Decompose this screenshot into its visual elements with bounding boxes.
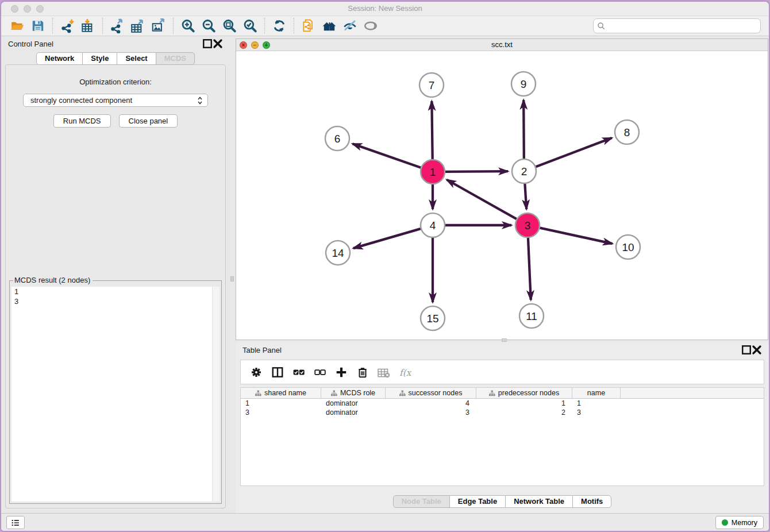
graph-edge-3-11[interactable] [528,238,531,300]
column-view-icon [271,366,284,379]
graph-edge-2-9[interactable] [523,100,524,159]
close-panel-push-button[interactable]: Close panel [119,114,178,128]
zoom-out-button[interactable] [198,17,219,34]
column-view-button[interactable] [267,362,288,383]
table-tab-edge-table[interactable]: Edge Table [449,495,506,508]
graph-node-1[interactable]: 1 [421,160,445,184]
select-all-button[interactable] [288,362,309,383]
graph-node-6[interactable]: 6 [325,126,349,151]
import-network-button[interactable] [57,17,78,34]
close-table-panel-button[interactable] [752,345,762,355]
refresh-network-button[interactable] [269,17,290,34]
tab-mcds[interactable]: MCDS [156,52,195,65]
open-session-button[interactable] [7,17,28,34]
zoom-fit-icon [222,18,237,33]
float-panel-button[interactable] [202,38,213,49]
vertical-splitter[interactable] [230,36,234,513]
tab-select[interactable]: Select [117,52,156,65]
table-cell[interactable]: dominator [321,399,386,408]
table-settings-button[interactable] [245,362,267,383]
zoom-selected-button[interactable] [240,17,260,34]
search-input[interactable] [608,22,757,30]
table-tab-motifs[interactable]: Motifs [572,495,611,508]
result-scrollbar[interactable] [212,287,220,502]
table-header-row: shared nameMCDS rolesuccessor nodesprede… [241,388,764,399]
search-field[interactable] [593,18,761,33]
column-header-predecessor-nodes[interactable]: predecessor nodes [476,388,572,398]
export-network-button[interactable] [107,17,128,34]
table-tabs: Node TableEdge TableNetwork TableMotifs [236,495,769,508]
graph-node-8[interactable]: 8 [615,120,639,144]
export-image-button[interactable] [148,17,169,34]
refresh-network-icon [272,18,287,33]
table-cell[interactable]: 1 [241,399,321,408]
deselect-all-icon [314,366,326,379]
splitter-grip[interactable] [502,338,507,342]
table-cell[interactable]: 1 [572,399,621,408]
splitter-grip[interactable] [230,276,234,282]
table-cell[interactable]: 3 [386,408,476,417]
tab-style[interactable]: Style [82,52,117,65]
table-tab-network-table[interactable]: Network Table [505,495,573,508]
graph-edge-1-2[interactable] [445,171,508,172]
criterion-dropdown[interactable]: strongly connected component [23,94,208,107]
table-row[interactable]: 1dominator411 [241,399,764,408]
deselect-all-button[interactable] [309,362,330,383]
graph-node-9[interactable]: 9 [511,72,536,96]
close-panel-button[interactable] [213,38,223,49]
graph-node-14[interactable]: 14 [326,241,350,265]
graph-node-4[interactable]: 4 [421,213,445,237]
dropdown-stepper-icon [197,96,203,105]
export-table-icon [130,18,145,33]
graph-node-11[interactable]: 11 [519,304,544,328]
save-session-button[interactable] [28,17,48,34]
graph-node-3[interactable]: 3 [515,213,540,237]
table-panel: Table Panel f(x) shared nameMCDS rolesuc… [236,342,769,513]
tab-network[interactable]: Network [36,52,83,65]
column-header-name[interactable]: name [572,388,621,398]
network-from-file-button[interactable] [298,17,319,34]
graph-edge-2-8[interactable] [536,138,612,167]
table-cell[interactable]: 3 [572,408,621,417]
show-graphics-details-button[interactable] [360,17,381,34]
mcds-result-title: MCDS result (2 nodes) [13,276,93,284]
import-table-button[interactable] [78,17,98,34]
graph-edge-1-7[interactable] [432,101,432,159]
task-history-button[interactable] [6,516,25,529]
table-cell[interactable]: 3 [241,408,321,417]
column-header-MCDS-role[interactable]: MCDS role [321,388,386,398]
table-row[interactable]: 3dominator323 [241,408,764,417]
network-canvas[interactable]: 1234678910111415 [236,51,768,340]
mcds-result-text[interactable]: 13 [11,287,220,502]
svg-text:f(x): f(x) [399,367,411,377]
table-cell[interactable]: 1 [476,399,572,408]
export-table-button[interactable] [128,17,148,34]
graph-node-10[interactable]: 10 [616,235,640,259]
graph-node-15[interactable]: 15 [421,306,445,330]
delete-row-button[interactable] [352,362,373,383]
graph-edge-1-6[interactable] [352,144,421,168]
run-mcds-button[interactable]: Run MCDS [53,114,111,128]
graph-node-2[interactable]: 2 [512,159,536,183]
zoom-in-button[interactable] [178,17,198,34]
import-network-icon [60,18,75,33]
delete-table-icon [378,366,390,379]
show-hide-panels-button[interactable] [319,17,340,34]
table-cell[interactable]: 2 [476,408,572,417]
column-header-successor-nodes[interactable]: successor nodes [386,388,476,398]
column-header-shared-name[interactable]: shared name [241,388,321,398]
graph-edge-4-14[interactable] [353,229,421,248]
zoom-fit-button[interactable] [219,17,240,34]
graph-node-7[interactable]: 7 [419,73,444,97]
node-table[interactable]: shared nameMCDS rolesuccessor nodesprede… [240,387,764,486]
graph-edge-3-10[interactable] [540,228,612,244]
add-row-button[interactable] [330,362,352,383]
float-table-panel-button[interactable] [741,345,752,355]
table-cell[interactable]: 4 [386,399,476,408]
table-tab-node-table[interactable]: Node Table [393,495,450,508]
table-cell[interactable]: dominator [321,408,386,417]
graph-edge-2-3[interactable] [525,184,526,209]
visual-styles-button[interactable] [340,17,360,34]
graph-edge-3-1[interactable] [446,180,516,219]
memory-button[interactable]: Memory [715,516,764,529]
